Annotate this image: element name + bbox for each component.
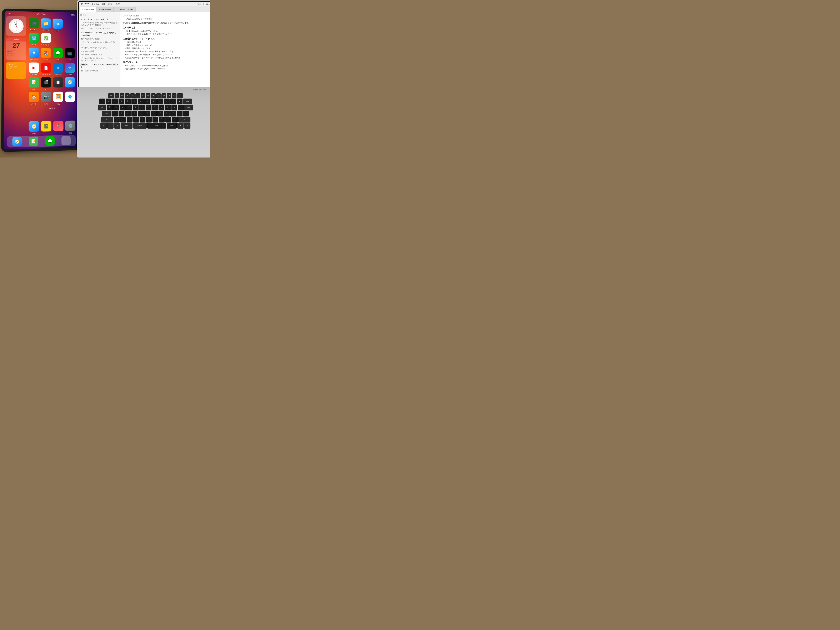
dock-folder[interactable] — [62, 136, 71, 145]
key-f4[interactable]: F4 — [130, 93, 135, 98]
key-z[interactable]: つZ — [114, 117, 120, 122]
key-f2[interactable]: F2 — [120, 93, 125, 98]
tab-twitter[interactable]: メッセージ / Twitter — [96, 7, 114, 12]
menubar-wifi[interactable]: WiFi — [197, 3, 201, 5]
menubar-battery[interactable]: 🔋 — [202, 3, 205, 5]
key-y[interactable]: んY — [139, 104, 145, 110]
sidebar-item-1-2[interactable]: 例えば、こんなことができます！（GIF） — [81, 27, 118, 30]
app-note[interactable]: 📝 note — [29, 77, 39, 90]
key-yen[interactable]: ¥ — [177, 98, 183, 104]
app-youtube[interactable]: ▶ YouTube — [29, 63, 39, 76]
key-6[interactable]: &6 — [131, 98, 137, 104]
key-delete[interactable]: delete — [183, 98, 192, 104]
key-f10[interactable]: F10 — [161, 93, 166, 98]
sidebar-item-2-1[interactable]: 悩みの背景について説明 — [81, 38, 118, 41]
app-files[interactable]: 📁 ファイル — [41, 18, 51, 32]
sidebar-item-2-6[interactable]: 「こんな機能があればいいあ...」→「ユニバーサルコントロール？？」 — [81, 57, 118, 62]
app-reminder[interactable]: ✅ リマインダー — [41, 33, 51, 46]
app-vn[interactable]: 🎬 VN — [41, 77, 51, 90]
key-minus[interactable]: - — [164, 98, 170, 104]
key-u[interactable]: なU — [145, 104, 152, 110]
app-maps[interactable]: 🗺️ マップ — [29, 33, 39, 46]
app-appstore[interactable]: A App Store — [29, 47, 39, 61]
key-f9[interactable]: F9 — [156, 93, 161, 98]
note-close-button[interactable]: 閉じる — [81, 14, 118, 16]
app-safari2[interactable]: 🧭 — [65, 77, 75, 90]
key-7[interactable]: '7 — [138, 98, 144, 104]
key-c[interactable]: そC — [127, 117, 133, 122]
key-x[interactable]: さX — [120, 117, 126, 122]
key-h[interactable]: くH — [144, 111, 150, 116]
app-tv[interactable]: 📺 TV — [65, 48, 75, 61]
key-i[interactable]: にI — [152, 104, 158, 110]
dock-line[interactable]: 💬 — [45, 136, 54, 146]
key-f1[interactable]: F1 — [115, 93, 119, 98]
key-f12[interactable]: F12 — [172, 93, 177, 98]
key-v[interactable]: ひV — [133, 117, 139, 122]
app-notes2[interactable]: 📓 — [41, 121, 51, 134]
app-facetime[interactable]: 📹 FaceTime — [29, 18, 39, 32]
app-menu-note[interactable]: note — [85, 3, 89, 5]
key-option[interactable]: option — [121, 123, 133, 128]
key-m[interactable]: もM — [153, 117, 158, 122]
key-fn[interactable]: fn — [100, 123, 107, 128]
key-eisu2[interactable]: 英数 — [167, 123, 177, 128]
key-at[interactable]: @ — [172, 104, 177, 110]
key-g[interactable]: きG — [138, 111, 144, 116]
menu-file[interactable]: ファイル — [92, 3, 99, 5]
sidebar-item-1-1[interactable]: １つのキーボードやマウスでMacやiPadを行き来しながら作業できる機能です。 — [81, 22, 118, 27]
sidebar-item-2-2[interactable]: 「そもそも、iPadはパソコンの代わりになるのか？」 — [81, 41, 118, 46]
key-control[interactable]: control — [102, 111, 112, 116]
key-t[interactable]: かT — [133, 104, 139, 110]
app-gdrive[interactable]: 💠 — [65, 92, 75, 105]
key-n[interactable]: みN — [146, 117, 152, 122]
key-f8[interactable]: F8 — [151, 93, 156, 98]
key-f11[interactable]: F11 — [167, 93, 171, 98]
key-w[interactable]: てW — [113, 104, 119, 110]
app-adobe-scan[interactable]: 📄 Adobe Scan — [41, 63, 51, 76]
app-clip1[interactable]: 📋 — [53, 77, 63, 90]
key-5[interactable]: %5 — [125, 98, 131, 104]
key-caret[interactable]: ^ — [170, 98, 176, 104]
app-canva[interactable]: ✏ Canva — [65, 63, 75, 76]
key-power[interactable]: ⏏ — [177, 93, 183, 98]
key-period[interactable]: る. — [166, 117, 171, 122]
app-photos[interactable]: 🖼️ 写真 — [53, 92, 63, 105]
key-a[interactable]: ちA — [112, 111, 118, 116]
app-safari3[interactable]: 🧭 Safari — [29, 121, 39, 135]
menu-help[interactable]: ヘルプ — [114, 3, 120, 5]
key-0[interactable]: 0 — [157, 98, 163, 104]
key-p[interactable]: せP — [165, 104, 171, 110]
key-comma[interactable]: ね, — [159, 117, 165, 122]
key-s[interactable]: とS — [118, 111, 125, 116]
key-f3[interactable]: F3 — [125, 93, 129, 98]
sidebar-item-2-3[interactable]: iPadはパソコン代わりにならない。 — [81, 46, 118, 50]
key-eisu[interactable]: 英数 — [147, 123, 166, 128]
app-settings[interactable]: ⚙️ 設定 — [65, 120, 76, 134]
key-shift-left[interactable]: ⇧ — [101, 117, 113, 122]
key-4[interactable]: $4 — [118, 98, 125, 104]
key-bracket-open[interactable]: [ — [178, 104, 184, 110]
tab-universal-control[interactable]: ユニバーサルコントロール — [114, 7, 136, 12]
key-alt-left[interactable]: ⌥ — [114, 123, 120, 128]
key-f[interactable]: はF — [131, 111, 137, 116]
key-r[interactable]: すR — [126, 104, 132, 110]
dock-safari[interactable]: 🧭 — [12, 137, 22, 147]
key-2[interactable]: "2 — [106, 98, 112, 104]
key-tab[interactable]: tab — [98, 104, 106, 110]
key-shift-right[interactable]: ⇧ — [178, 117, 190, 122]
key-f7[interactable]: F7 — [146, 93, 150, 98]
key-command-right[interactable]: ⌘ — [177, 123, 183, 128]
app-outlook[interactable]: ✉ Outlook — [53, 63, 63, 76]
key-e[interactable]: いE — [120, 104, 126, 110]
tab-note-edit[interactable]: N 記事編集 | note — [80, 7, 96, 12]
sidebar-item-2-5[interactable]: iPad mini 6に不満が出てくる... — [81, 53, 118, 57]
key-8[interactable]: (8 — [144, 98, 150, 104]
app-line1[interactable]: 💬 LINE — [53, 48, 63, 61]
key-q[interactable]: たQ — [107, 104, 113, 110]
menu-edit[interactable]: 編集 — [102, 3, 106, 5]
key-command-left[interactable]: command — [133, 123, 147, 128]
key-d[interactable]: しD — [125, 111, 131, 116]
app-books[interactable]: 📚 ブック — [41, 48, 51, 61]
key-k[interactable]: のK — [157, 111, 163, 116]
